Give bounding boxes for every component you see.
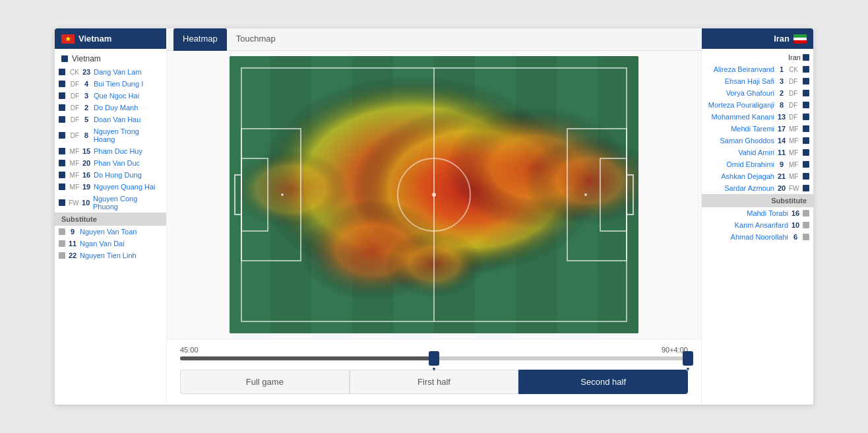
player-name[interactable]: Nguyen Trong Hoang bbox=[94, 127, 162, 143]
player-num: 21 bbox=[776, 172, 787, 180]
player-name[interactable]: Nguyen Quang Hai bbox=[94, 183, 156, 191]
left-sub-row[interactable]: 22 Nguyen Tien Linh bbox=[55, 250, 166, 261]
player-name[interactable]: Bui Tien Dung I bbox=[94, 80, 143, 88]
tabs-bar: Heatmap Touchmap bbox=[167, 28, 701, 51]
player-name[interactable]: Nguyen Cong Phuong bbox=[93, 195, 162, 211]
right-player-row[interactable]: Mehdi Taremi 17 MF bbox=[702, 123, 813, 135]
right-player-row[interactable]: Alireza Beiranvand 1 CK bbox=[702, 63, 813, 75]
player-name[interactable]: Pham Duc Huy bbox=[94, 147, 142, 155]
player-num: 20 bbox=[776, 184, 787, 192]
player-name[interactable]: Sardar Azmoun bbox=[724, 184, 774, 192]
heatmap-display bbox=[230, 56, 638, 333]
tab-touchmap[interactable]: Touchmap bbox=[227, 28, 285, 51]
slider-handle-right[interactable] bbox=[683, 351, 693, 366]
player-num: 10 bbox=[80, 199, 91, 207]
left-player-row[interactable]: DF 3 Que Ngoc Hai bbox=[55, 90, 166, 102]
right-player-row[interactable]: Ashkan Dejagah 21 MF bbox=[702, 170, 813, 182]
left-player-row[interactable]: DF 5 Doan Van Hau bbox=[55, 114, 166, 125]
player-name[interactable]: Omid Ebrahimi bbox=[726, 160, 774, 168]
right-player-row[interactable]: Sardar Azmoun 20 FW bbox=[702, 182, 813, 194]
slider-track[interactable] bbox=[180, 356, 688, 360]
player-pos: DF bbox=[67, 104, 79, 112]
left-player-row[interactable]: DF 2 Do Duy Manh bbox=[55, 102, 166, 114]
right-sub-row[interactable]: Ahmad Noorollahi 6 bbox=[702, 231, 813, 243]
player-icon bbox=[803, 137, 809, 144]
slider-handle-left[interactable] bbox=[429, 351, 439, 366]
sub-num: 9 bbox=[67, 228, 78, 236]
player-num: 9 bbox=[776, 160, 787, 168]
player-num: 23 bbox=[81, 68, 92, 76]
right-sub-row[interactable]: Mahdi Torabi 16 bbox=[702, 207, 813, 219]
player-pos: MF bbox=[67, 183, 79, 191]
player-name[interactable]: Phan Van Duc bbox=[94, 159, 140, 167]
right-player-row[interactable]: Vorya Ghafouri 2 DF bbox=[702, 87, 813, 99]
player-name[interactable]: Morteza Pouraliganji bbox=[708, 101, 774, 109]
heatmap-svg bbox=[230, 56, 638, 333]
player-name[interactable]: Saman Ghoddos bbox=[720, 137, 774, 145]
right-player-row[interactable]: Omid Ebrahimi 9 MF bbox=[702, 158, 813, 170]
left-player-row[interactable]: MF 15 Pham Duc Huy bbox=[55, 145, 166, 157]
player-num: 3 bbox=[776, 77, 787, 85]
player-pos: MF bbox=[789, 125, 801, 133]
sub-icon bbox=[59, 240, 65, 247]
sub-icon bbox=[803, 222, 809, 228]
right-sub-row[interactable]: Karim Ansarifard 10 bbox=[702, 219, 813, 231]
left-sub-row[interactable]: 11 Ngan Van Dai bbox=[55, 238, 166, 250]
tab-heatmap[interactable]: Heatmap bbox=[173, 28, 227, 51]
player-name[interactable]: Do Hung Dung bbox=[94, 171, 142, 179]
sub-icon bbox=[59, 228, 65, 235]
left-player-row[interactable]: MF 19 Nguyen Quang Hai bbox=[55, 181, 166, 193]
player-name[interactable]: Alireza Beiranvand bbox=[714, 65, 774, 73]
bottom-controls: 45:00 90+4:00 Full game First half Secon… bbox=[167, 339, 701, 405]
player-num: 3 bbox=[81, 92, 92, 100]
player-name[interactable]: Vorya Ghafouri bbox=[726, 89, 774, 97]
sub-name[interactable]: Karim Ansarifard bbox=[735, 221, 788, 229]
left-sub-row[interactable]: 9 Nguyen Van Toan bbox=[55, 226, 166, 238]
player-name[interactable]: Doan Van Hau bbox=[94, 116, 140, 123]
sub-name[interactable]: Ahmad Noorollahi bbox=[731, 233, 788, 241]
player-pos: MF bbox=[789, 173, 801, 180]
left-player-row[interactable]: CK 23 Dang Van Lam bbox=[55, 66, 166, 78]
right-player-row[interactable]: Mohammed Kanani 13 DF bbox=[702, 111, 813, 123]
left-player-row[interactable]: DF 8 Nguyen Trong Hoang bbox=[55, 125, 166, 145]
btn-first-half[interactable]: First half bbox=[350, 370, 519, 394]
left-player-row[interactable]: DF 4 Bui Tien Dung I bbox=[55, 78, 166, 90]
player-icon bbox=[59, 92, 65, 99]
right-player-row[interactable]: Saman Ghoddos 14 MF bbox=[702, 135, 813, 147]
player-pos: DF bbox=[67, 92, 79, 100]
player-num: 1 bbox=[776, 65, 787, 73]
left-player-row[interactable]: MF 16 Do Hung Dung bbox=[55, 169, 166, 181]
left-player-row[interactable]: MF 20 Phan Van Duc bbox=[55, 157, 166, 169]
player-name[interactable]: Dang Van Lam bbox=[94, 68, 142, 76]
sub-num: 11 bbox=[67, 240, 78, 248]
player-pos: MF bbox=[789, 161, 801, 168]
right-player-list: Iran Alireza Beiranvand 1 CK Ehsan Haji … bbox=[702, 49, 813, 246]
player-icon bbox=[803, 161, 809, 168]
player-icon bbox=[59, 172, 65, 178]
right-player-row[interactable]: Morteza Pouraliganji 8 DF bbox=[702, 99, 813, 111]
player-name[interactable]: Do Duy Manh bbox=[94, 104, 138, 112]
player-name[interactable]: Ashkan Dejagah bbox=[721, 172, 774, 180]
player-name[interactable]: Mohammed Kanani bbox=[712, 113, 774, 121]
player-name[interactable]: Que Ngoc Hai bbox=[94, 92, 139, 100]
center-panel: Heatmap Touchmap bbox=[167, 28, 701, 405]
sub-name[interactable]: Nguyen Van Toan bbox=[80, 228, 137, 236]
player-pos: MF bbox=[789, 149, 801, 156]
player-name[interactable]: Ehsan Haji Safi bbox=[725, 77, 774, 85]
sub-name[interactable]: Mahdi Torabi bbox=[747, 209, 788, 217]
player-icon bbox=[803, 149, 809, 156]
btn-full-game[interactable]: Full game bbox=[180, 370, 350, 394]
sub-icon bbox=[59, 252, 65, 259]
player-name[interactable]: Vahid Amiri bbox=[738, 149, 774, 156]
player-num: 19 bbox=[81, 183, 92, 191]
btn-second-half[interactable]: Second half bbox=[518, 370, 688, 394]
right-player-row[interactable]: Vahid Amiri 11 MF bbox=[702, 147, 813, 158]
left-team-header: Vietnam bbox=[55, 28, 166, 49]
player-pos: MF bbox=[67, 172, 79, 179]
left-player-row[interactable]: FW 10 Nguyen Cong Phuong bbox=[55, 193, 166, 213]
right-player-row[interactable]: Ehsan Haji Safi 3 DF bbox=[702, 75, 813, 87]
player-name[interactable]: Mehdi Taremi bbox=[731, 125, 774, 133]
sub-name[interactable]: Nguyen Tien Linh bbox=[80, 251, 137, 259]
sub-name[interactable]: Ngan Van Dai bbox=[80, 240, 125, 248]
player-icon bbox=[803, 114, 809, 120]
